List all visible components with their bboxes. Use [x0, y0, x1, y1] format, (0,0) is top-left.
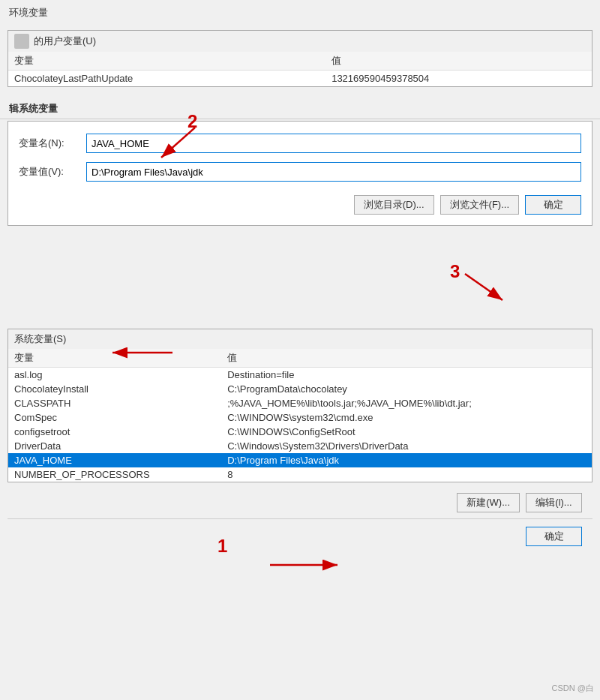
table-row[interactable]: ChocolateyInstallC:\ProgramData\chocolat…	[8, 382, 592, 396]
user-section-header: 的用户变量(U)	[8, 31, 592, 52]
user-vars-table: 变量 值 ChocolateyLastPathUpdate13216959045…	[8, 52, 592, 86]
table-row[interactable]: configsetrootC:\WINDOWS\ConfigSetRoot	[8, 425, 592, 439]
val-cell: ;%JAVA_HOME%\lib\tools.jar;%JAVA_HOME%\l…	[221, 396, 592, 410]
edit-dialog-buttons: 浏览目录(D)... 浏览文件(F)... 确定	[19, 191, 581, 215]
window-title: 环境变量	[0, 0, 600, 26]
table-row[interactable]: ChocolateyLastPathUpdate1321695904593785…	[8, 71, 592, 87]
browse-dir-button[interactable]: 浏览目录(D)...	[354, 195, 434, 215]
var-cell: ChocolateyInstall	[8, 382, 221, 396]
val-cell: C:\ProgramData\chocolatey	[221, 382, 592, 396]
sys-vars-table: 变量 值 asl.logDestination=fileChocolateyIn…	[8, 349, 592, 482]
edit-dialog-body: 变量名(N): 变量值(V): 浏览目录(D)... 浏览文件(F)... 确定	[8, 121, 592, 226]
var-cell: JAVA_HOME	[8, 453, 221, 467]
new-sys-var-button[interactable]: 新建(W)...	[457, 493, 520, 512]
val-cell: C:\Windows\System32\Drivers\DriverData	[221, 439, 592, 453]
environment-variables-window: 环境变量 的用户变量(U) 变量 值 ChocolateyLastPathUpd…	[0, 0, 600, 700]
var-cell: DriverData	[8, 439, 221, 453]
edit-sys-var-button[interactable]: 编辑(l)...	[526, 493, 582, 512]
browse-file-button[interactable]: 浏览文件(F)...	[440, 195, 519, 215]
table-row[interactable]: ComSpecC:\WINDOWS\system32\cmd.exe	[8, 410, 592, 425]
val-cell: C:\WINDOWS\system32\cmd.exe	[221, 410, 592, 425]
var-cell: configsetroot	[8, 425, 221, 439]
table-row[interactable]: JAVA_HOMED:\Program Files\Java\jdk	[8, 453, 592, 467]
var-cell: ChocolateyLastPathUpdate	[8, 71, 326, 87]
table-row[interactable]: CLASSPATH;%JAVA_HOME%\lib\tools.jar;%JAV…	[8, 396, 592, 410]
sys-vars-action-buttons: 新建(W)... 编辑(l)...	[8, 487, 592, 518]
var-name-label: 变量名(N):	[19, 137, 86, 150]
val-cell: Destination=file	[221, 368, 592, 383]
edit-system-var-dialog: 辑系统变量 变量名(N): 变量值(V): 浏览目录(D)... 浏览文件(F)…	[0, 98, 600, 226]
var-value-input[interactable]	[86, 162, 581, 182]
sys-vars-section: 系统变量(S) 变量 值 asl.logDestination=fileChoc…	[8, 329, 592, 482]
main-ok-button[interactable]: 确定	[526, 527, 582, 546]
val-cell: 8	[221, 467, 592, 482]
edit-ok-button[interactable]: 确定	[525, 195, 581, 215]
var-cell: asl.log	[8, 368, 221, 383]
var-cell: NUMBER_OF_PROCESSORS	[8, 467, 221, 482]
var-value-row: 变量值(V):	[19, 162, 581, 182]
var-name-input[interactable]	[86, 134, 581, 153]
user-avatar	[14, 34, 29, 49]
sys-col-var: 变量	[8, 349, 221, 368]
var-cell: CLASSPATH	[8, 396, 221, 410]
var-name-row: 变量名(N):	[19, 134, 581, 153]
val-cell: 132169590459378504	[326, 71, 592, 87]
var-value-label: 变量值(V):	[19, 165, 86, 179]
user-col-var: 变量	[8, 52, 326, 71]
val-cell: C:\WINDOWS\ConfigSetRoot	[221, 425, 592, 439]
sys-section-header: 系统变量(S)	[8, 329, 592, 349]
sys-col-val: 值	[221, 349, 592, 368]
user-col-val: 值	[326, 52, 592, 71]
user-vars-section: 的用户变量(U) 变量 值 ChocolateyLastPathUpdate13…	[8, 30, 592, 87]
edit-dialog-title: 辑系统变量	[0, 98, 600, 119]
table-row[interactable]: NUMBER_OF_PROCESSORS8	[8, 467, 592, 482]
main-ok-buttons: 确定	[8, 518, 592, 554]
table-row[interactable]: asl.logDestination=file	[8, 368, 592, 383]
var-cell: ComSpec	[8, 410, 221, 425]
table-row[interactable]: DriverDataC:\Windows\System32\Drivers\Dr…	[8, 439, 592, 453]
val-cell: D:\Program Files\Java\jdk	[221, 453, 592, 467]
watermark: CSDN @白	[552, 683, 594, 694]
